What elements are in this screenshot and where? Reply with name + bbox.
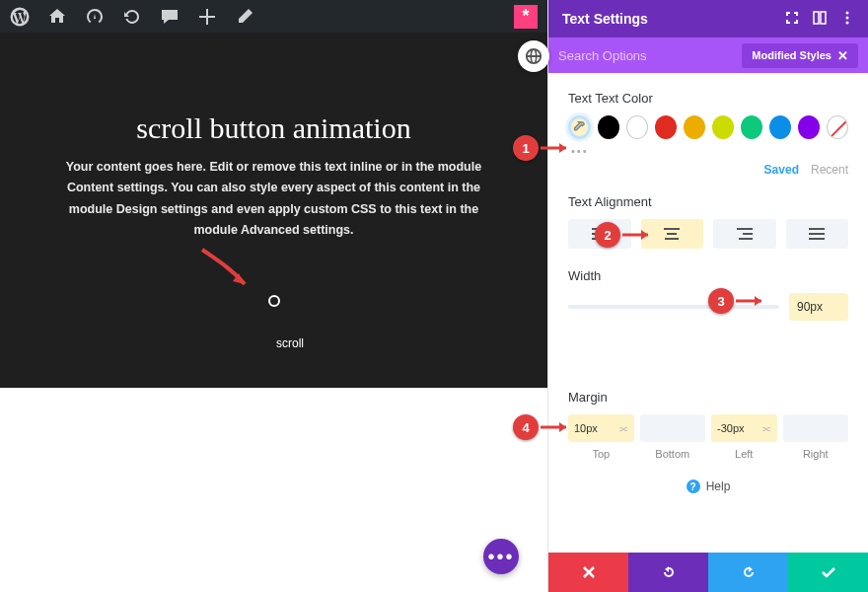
color-swatch[interactable]: [598, 115, 619, 139]
align-justify-button[interactable]: [786, 219, 849, 249]
margin-left-input[interactable]: -30px⫘: [711, 414, 777, 442]
save-button[interactable]: [788, 553, 868, 592]
margin-top-input[interactable]: 10px⫘: [568, 414, 634, 442]
undo-button[interactable]: [628, 553, 708, 592]
no-color-swatch[interactable]: [827, 115, 848, 139]
footer-actions: [548, 553, 868, 592]
kebab-icon[interactable]: [840, 11, 854, 28]
expand-icon[interactable]: [785, 11, 799, 28]
width-input[interactable]: 90px: [789, 293, 848, 321]
link-icon[interactable]: ⫘: [618, 423, 628, 434]
hero-section: scroll button animation Your content goe…: [0, 33, 547, 388]
callout-2: 2: [595, 222, 658, 248]
svg-point-2: [846, 21, 849, 24]
text-color-label: Text Text Color: [568, 91, 848, 106]
hero-title[interactable]: scroll button animation: [39, 111, 508, 145]
width-label: Width: [568, 268, 848, 283]
help-link[interactable]: ? Help: [568, 480, 848, 493]
home-icon[interactable]: [47, 7, 67, 27]
color-swatch[interactable]: [769, 115, 791, 139]
margin-right-input[interactable]: [783, 414, 849, 442]
modified-styles-tag[interactable]: Modified Styles ✕: [742, 43, 858, 68]
color-swatch[interactable]: [655, 115, 677, 139]
help-icon: ?: [687, 480, 700, 493]
hero-description[interactable]: Your content goes here. Edit or remove t…: [57, 157, 491, 241]
annotation-arrow-icon: [197, 245, 256, 294]
comment-icon[interactable]: [160, 7, 180, 27]
panel-header: Text Settings: [548, 0, 868, 37]
divi-logo-badge[interactable]: *: [514, 5, 538, 29]
margin-right-label: Right: [783, 448, 849, 460]
margin-bottom-label: Bottom: [640, 448, 706, 460]
color-swatch[interactable]: [626, 115, 648, 139]
saved-tab[interactable]: Saved: [764, 163, 799, 177]
svg-point-0: [846, 11, 849, 14]
cancel-button[interactable]: [548, 553, 628, 592]
dashboard-icon[interactable]: [85, 7, 105, 27]
color-swatch[interactable]: [741, 115, 762, 139]
link-icon[interactable]: ⫘: [761, 423, 771, 434]
fab-more-button[interactable]: •••: [483, 539, 519, 574]
more-dots-icon[interactable]: •••: [571, 145, 848, 157]
column-icon[interactable]: [813, 11, 827, 28]
panel-title: Text Settings: [562, 11, 648, 27]
recent-tab[interactable]: Recent: [811, 163, 848, 177]
color-swatch[interactable]: [684, 115, 705, 139]
margin-bottom-input[interactable]: [640, 414, 706, 442]
svg-point-1: [846, 16, 849, 19]
margin-label: Margin: [568, 390, 848, 405]
margin-top-label: Top: [568, 448, 634, 460]
plus-icon[interactable]: [197, 7, 217, 27]
color-swatch[interactable]: [798, 115, 820, 139]
callout-3: 3: [708, 288, 771, 314]
color-swatch[interactable]: [712, 115, 734, 139]
callout-1: 1: [513, 135, 576, 161]
refresh-icon[interactable]: [122, 7, 142, 27]
scroll-indicator-circle[interactable]: [268, 295, 280, 307]
wp-logo-icon[interactable]: [10, 7, 30, 27]
wp-admin-bar: *: [0, 0, 547, 33]
edit-icon[interactable]: [235, 7, 254, 27]
redo-button[interactable]: [708, 553, 788, 592]
align-right-button[interactable]: [713, 219, 776, 249]
panel-search-bar: Modified Styles ✕: [548, 37, 868, 73]
color-swatch-row: [568, 115, 848, 139]
globe-button[interactable]: [518, 40, 549, 72]
scroll-label[interactable]: scroll: [276, 336, 335, 350]
callout-4: 4: [513, 414, 576, 440]
alignment-label: Text Alignment: [568, 194, 848, 209]
margin-left-label: Left: [711, 448, 777, 460]
close-icon[interactable]: ✕: [837, 48, 848, 63]
search-input[interactable]: [558, 48, 742, 63]
